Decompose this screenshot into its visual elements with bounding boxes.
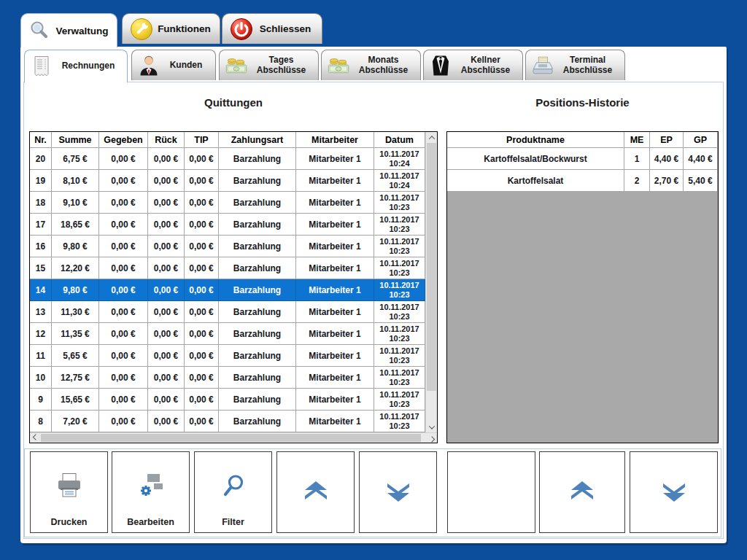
quittungen-row[interactable]: 1718,65 €0,00 €0,00 €0,00 €BarzahlungMit…	[30, 214, 425, 236]
drucken-button[interactable]: Drucken	[30, 451, 108, 533]
cell: 0,00 €	[99, 236, 148, 257]
quittungen-horizontal-scrollbar[interactable]	[30, 432, 437, 443]
cell: Mitarbeiter 1	[296, 214, 374, 236]
cell: Mitarbeiter 1	[296, 323, 374, 345]
cell: 0,00 €	[185, 148, 219, 170]
tab-label: Schliessen	[253, 23, 317, 34]
cell: Mitarbeiter 1	[296, 301, 374, 323]
tab-funktionen[interactable]: Funktionen	[122, 13, 220, 44]
cell: 1	[624, 148, 650, 170]
filter-button[interactable]: Filter	[194, 451, 272, 533]
quittungen-scroll-up-button[interactable]	[276, 451, 355, 533]
cell: Barzahlung	[219, 389, 296, 411]
tab-kellner-abschluesse[interactable]: Kellner Abschlüsse	[423, 50, 523, 80]
money-icon	[328, 54, 349, 77]
quittungen-row[interactable]: 915,65 €0,00 €0,00 €0,00 €BarzahlungMita…	[30, 389, 425, 411]
empty-button[interactable]	[447, 451, 535, 533]
cell: Mitarbeiter 1	[296, 279, 374, 301]
cell-datum: 10.11.201710:23	[374, 389, 425, 411]
quittungen-row[interactable]: 1211,35 €0,00 €0,00 €0,00 €BarzahlungMit…	[30, 323, 425, 345]
cell: Barzahlung	[219, 192, 296, 214]
waiter-vest-icon	[430, 54, 452, 77]
positions-scroll-down-button[interactable]	[630, 451, 718, 533]
cell: Barzahlung	[219, 257, 296, 279]
cell: 5,40 €	[684, 170, 718, 192]
column-header: Datum	[374, 132, 425, 148]
cell-datum: 10.11.201710:23	[374, 345, 425, 367]
cell: 0,00 €	[99, 301, 148, 323]
bearbeiten-button[interactable]: Bearbeiten	[112, 451, 190, 533]
positions-scroll-up-button[interactable]	[539, 451, 625, 533]
cell: 0,00 €	[99, 323, 148, 345]
cell: 18,65 €	[52, 214, 99, 236]
cell: Mitarbeiter 1	[296, 345, 374, 367]
tab-tages-abschluesse[interactable]: Tages Abschlüsse	[219, 50, 319, 80]
cell: 0,00 €	[148, 389, 185, 411]
cell: 0,00 €	[185, 192, 219, 214]
column-header: EP	[650, 132, 684, 148]
cell: 0,00 €	[99, 345, 148, 367]
cell: 0,00 €	[99, 367, 148, 389]
cell: 10	[30, 367, 52, 389]
positions-row[interactable]: Kartoffelsalat/Bockwurst14,40 €4,40 €	[447, 148, 718, 170]
horizontal-scroll-thumb[interactable]	[41, 434, 421, 442]
quittungen-row[interactable]: 87,20 €0,00 €0,00 €0,00 €BarzahlungMitar…	[30, 411, 425, 432]
cell: 4,40 €	[650, 148, 684, 170]
cell: Barzahlung	[219, 323, 296, 345]
cell: 0,00 €	[148, 192, 185, 214]
quittungen-row[interactable]: 1012,75 €0,00 €0,00 €0,00 €BarzahlungMit…	[30, 367, 425, 389]
cell: Barzahlung	[219, 236, 296, 257]
quittungen-row[interactable]: 189,10 €0,00 €0,00 €0,00 €BarzahlungMita…	[30, 192, 425, 214]
positions-rows: Kartoffelsalat/Bockwurst14,40 €4,40 €Kar…	[447, 148, 718, 192]
button-label: Bearbeiten	[112, 517, 189, 527]
cell: Kartoffelsalat	[447, 170, 624, 192]
cell-datum: 10.11.201710:23	[374, 367, 425, 389]
tab-kunden[interactable]: Kunden	[131, 50, 216, 80]
tab-rechnungen[interactable]: Rechnungen	[24, 50, 128, 82]
scroll-down-arrow-icon[interactable]	[426, 421, 437, 432]
tab-monats-abschluesse[interactable]: Monats Abschlüsse	[321, 50, 421, 80]
double-chevron-down-icon	[630, 480, 717, 503]
quittungen-row[interactable]: 1512,20 €0,00 €0,00 €0,00 €BarzahlungMit…	[30, 257, 425, 279]
quittungen-scroll-down-button[interactable]	[359, 451, 437, 533]
tab-label: Terminal Abschlüsse	[554, 55, 622, 76]
cell: 0,00 €	[99, 170, 148, 192]
tab-schliessen[interactable]: Schliessen	[222, 13, 322, 44]
quittungen-row[interactable]: 1311,30 €0,00 €0,00 €0,00 €BarzahlungMit…	[30, 301, 425, 323]
person-icon	[138, 54, 160, 77]
tab-terminal-abschluesse[interactable]: Terminal Abschlüsse	[525, 50, 625, 80]
magnifier-icon	[28, 19, 52, 42]
cell: Mitarbeiter 1	[296, 389, 374, 411]
button-label: Filter	[195, 517, 271, 527]
positions-empty-area	[447, 192, 718, 443]
column-header: TIP	[185, 132, 219, 148]
power-icon	[230, 18, 253, 41]
quittungen-row[interactable]: 169,80 €0,00 €0,00 €0,00 €BarzahlungMita…	[30, 236, 425, 257]
tab-label: Funktionen	[153, 23, 215, 34]
cell: 0,00 €	[99, 279, 148, 301]
printer-icon	[31, 472, 107, 499]
quittungen-vertical-scrollbar[interactable]	[425, 132, 437, 432]
cell: 0,00 €	[148, 301, 185, 323]
tab-label: Rechnungen	[53, 61, 124, 71]
cell: 0,00 €	[148, 345, 185, 367]
quittungen-row[interactable]: 198,10 €0,00 €0,00 €0,00 €BarzahlungMita…	[30, 170, 425, 192]
cell: 17	[30, 214, 52, 236]
cell: 9,80 €	[52, 236, 99, 257]
quittungen-row[interactable]: 206,75 €0,00 €0,00 €0,00 €BarzahlungMita…	[30, 148, 425, 170]
quittungen-row[interactable]: 149,80 €0,00 €0,00 €0,00 €BarzahlungMita…	[30, 279, 425, 301]
double-chevron-up-icon	[540, 480, 624, 503]
quittungen-row[interactable]: 115,65 €0,00 €0,00 €0,00 €BarzahlungMita…	[30, 345, 425, 367]
app-window: Verwaltung Funktionen	[0, 0, 747, 560]
cell-datum: 10.11.201710:23	[374, 279, 425, 301]
column-header: Mitarbeiter	[296, 132, 374, 148]
cell-datum: 10.11.201710:23	[374, 192, 425, 214]
scroll-left-arrow-icon[interactable]	[30, 433, 41, 443]
vertical-scroll-thumb[interactable]	[427, 143, 436, 391]
scroll-up-arrow-icon[interactable]	[426, 132, 437, 143]
positions-row[interactable]: Kartoffelsalat22,70 €5,40 €	[447, 170, 718, 192]
tab-verwaltung[interactable]: Verwaltung	[20, 13, 117, 47]
scroll-right-arrow-icon[interactable]	[426, 433, 437, 443]
cell: 0,00 €	[148, 148, 185, 170]
cell: 6,75 €	[52, 148, 99, 170]
